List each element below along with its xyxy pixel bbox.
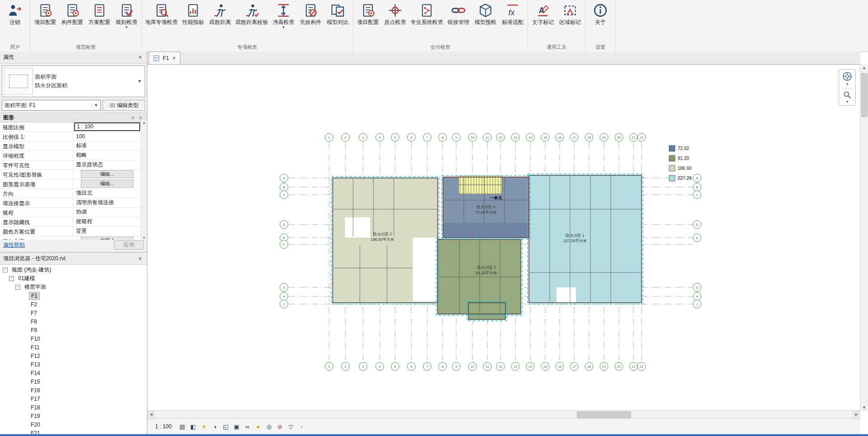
ribbon-button[interactable]: 项目配置 (354, 1, 382, 25)
scrollbar-thumb[interactable] (861, 73, 868, 117)
ribbon-button[interactable]: 性能指标 (179, 1, 207, 25)
property-value[interactable]: 1 : 100 (73, 122, 141, 131)
ribbon-button[interactable]: 疏散距离 (207, 1, 234, 25)
tree-item[interactable]: F20 (0, 420, 147, 429)
properties-scrollbar[interactable]: ▲ ▼ (141, 120, 147, 240)
tree-item[interactable]: F12 (0, 352, 147, 360)
tree-item[interactable]: F16 (0, 386, 147, 394)
edit-type-button[interactable]: 编辑类型 (103, 100, 145, 111)
tree-item[interactable]: F10 (0, 334, 147, 343)
property-value[interactable]: 显示原状态 (73, 160, 141, 169)
scroll-down-icon[interactable]: ▼ (142, 236, 146, 240)
close-icon[interactable]: × (172, 55, 176, 61)
collapse-icon[interactable]: ‹ (297, 422, 307, 431)
temporary-hide-isolate-icon[interactable]: ∞ (243, 422, 252, 431)
tree-item[interactable]: F7 (0, 309, 147, 317)
ribbon-button[interactable]: 链接管理 (445, 1, 472, 25)
close-icon[interactable]: × (137, 54, 144, 61)
view-selector-combo[interactable]: 面积平面: F1 ▼ (2, 100, 101, 111)
tree-item[interactable]: F11 (0, 343, 147, 352)
tree-item[interactable]: F13 (0, 360, 147, 369)
ribbon-button[interactable]: 规则检查▼ (113, 1, 140, 29)
ribbon-button[interactable]: fx标准适配 (499, 1, 526, 25)
view-tab-f1[interactable]: F1 × (149, 52, 180, 64)
floor-plan-canvas[interactable]: 1122334455667788991010111112121313141415… (147, 65, 860, 410)
scroll-up-icon[interactable]: ▲ (142, 121, 146, 125)
ribbon-button[interactable]: 原点检查 (382, 1, 409, 25)
scale-button[interactable]: 1 : 100 (151, 421, 176, 432)
tree-item[interactable]: F19 (0, 412, 147, 420)
ribbon-button[interactable]: 关于 (587, 1, 614, 25)
tree-item[interactable]: F21 (0, 429, 147, 434)
collapse-section-icon[interactable]: ∧ ∧ (131, 115, 144, 121)
tree-item[interactable]: −视图 (鸿业-建筑) (0, 266, 147, 274)
ribbon-button[interactable]: 地库专项检查 (143, 1, 179, 25)
horizontal-scrollbar[interactable]: ◄ ► (147, 410, 860, 418)
tree-item[interactable]: F1 (0, 291, 147, 300)
property-value[interactable]: 编辑... (73, 170, 141, 179)
collapse-icon[interactable]: − (3, 267, 8, 272)
scroll-down-icon[interactable]: ▼ (862, 404, 866, 411)
ribbon-button[interactable]: 疏散距离校验 (234, 1, 270, 25)
scroll-right-icon[interactable]: ► (853, 411, 860, 418)
property-value[interactable]: 标准 (73, 141, 141, 150)
collapse-icon[interactable]: − (15, 285, 20, 290)
close-icon[interactable]: × (137, 255, 144, 262)
properties-help-link[interactable]: 属性帮助 (3, 241, 25, 249)
sun-settings-icon[interactable]: ☀ (199, 422, 209, 431)
tree-item[interactable]: −楼层平面 (0, 283, 147, 291)
scroll-up-icon[interactable]: ▲ (862, 64, 866, 71)
tree-item[interactable]: F17 (0, 394, 147, 403)
shadows-icon[interactable]: ◑ (210, 422, 220, 431)
chevron-down-icon[interactable]: ▼ (845, 83, 849, 86)
tree-item[interactable]: F18 (0, 403, 147, 412)
tree-item[interactable]: F8 (0, 317, 147, 326)
visual-style-icon[interactable]: ◧ (189, 422, 198, 431)
zoom-icon[interactable] (843, 90, 852, 99)
chevron-down-icon[interactable]: ▼ (137, 79, 142, 84)
tree-item[interactable]: F15 (0, 377, 147, 386)
property-edit-button[interactable]: 编辑... (81, 170, 133, 178)
tree-item[interactable]: F9 (0, 326, 147, 334)
property-value[interactable]: 按规程 (73, 217, 141, 226)
property-value[interactable]: 项目北 (73, 189, 141, 198)
property-value[interactable]: 协调 (73, 208, 141, 217)
tree-item[interactable]: F2 (0, 300, 147, 309)
ribbon-button[interactable]: 无效构件 (297, 1, 324, 25)
crop-view-icon[interactable]: ◱ (221, 422, 231, 431)
property-edit-button[interactable]: 方案 1 (81, 237, 133, 239)
show-crop-region-icon[interactable]: ▣ (232, 422, 241, 431)
property-value[interactable]: 100 (73, 132, 141, 141)
detail-level-icon[interactable]: ▤ (178, 422, 187, 431)
ribbon-button[interactable]: 注销 (1, 1, 28, 25)
reveal-constraints-icon[interactable]: ▽ (286, 422, 296, 431)
property-value[interactable]: 背景 (73, 227, 141, 236)
drawing-viewport[interactable]: 1122334455667788991010111112121313141415… (147, 65, 860, 410)
reveal-hidden-elements-icon[interactable]: ● (254, 422, 263, 431)
graphics-section-header[interactable]: 图形 ∧ ∧ (0, 113, 147, 122)
ribbon-button[interactable]: 方案配置 (86, 1, 113, 25)
chevron-down-icon[interactable]: ▼ (845, 100, 849, 104)
stair-highlight[interactable] (459, 176, 502, 194)
navigation-wheel-icon[interactable] (842, 71, 853, 82)
tree-item[interactable]: F14 (0, 369, 147, 377)
apply-button[interactable]: 应用 (114, 240, 144, 249)
property-value[interactable]: 粗略 (73, 151, 141, 160)
ribbon-button[interactable]: 净高检查▼ (270, 1, 297, 29)
ribbon-button[interactable]: A文字标记 (529, 1, 557, 25)
temporary-view-properties-icon[interactable]: ◎ (264, 422, 274, 431)
property-value[interactable]: 编辑... (73, 179, 141, 188)
hide-analytical-model-icon[interactable]: ⊘ (275, 422, 285, 431)
vertical-scrollbar[interactable]: ▲ ▼ (860, 64, 868, 411)
property-edit-button[interactable]: 编辑... (81, 180, 133, 188)
type-selector[interactable]: 面积平面 防火分区面积 ▼ (2, 66, 145, 98)
scrollbar-thumb[interactable] (577, 412, 631, 418)
ribbon-button[interactable]: 构件配置 (59, 1, 86, 25)
ribbon-button[interactable]: 项目配置 (32, 1, 59, 25)
scroll-left-icon[interactable]: ◄ (147, 411, 155, 418)
property-value[interactable]: 方案 1 (73, 236, 141, 239)
tree-item[interactable]: −01建模 (0, 274, 147, 283)
property-value[interactable]: 清理所有墙连接 (73, 198, 141, 207)
collapse-icon[interactable]: − (9, 276, 14, 281)
ribbon-button[interactable]: 模型预检 (472, 1, 499, 25)
